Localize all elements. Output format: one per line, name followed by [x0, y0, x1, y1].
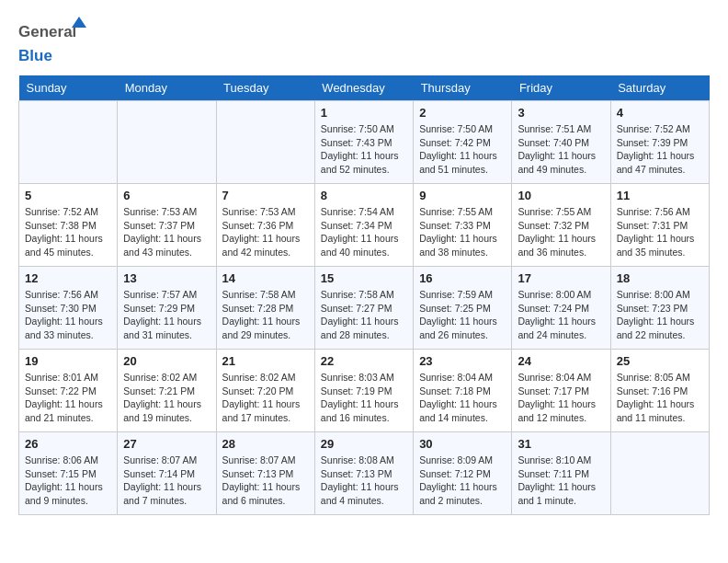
calendar-cell: 28Sunrise: 8:07 AM Sunset: 7:13 PM Dayli… — [216, 432, 314, 515]
cell-info: Sunrise: 8:03 AM Sunset: 7:19 PM Dayligh… — [321, 371, 407, 425]
cell-info: Sunrise: 8:00 AM Sunset: 7:23 PM Dayligh… — [617, 288, 703, 342]
cell-info: Sunrise: 8:06 AM Sunset: 7:15 PM Dayligh… — [25, 454, 111, 508]
day-number: 29 — [321, 437, 407, 451]
day-number: 19 — [25, 354, 111, 368]
cell-info: Sunrise: 7:57 AM Sunset: 7:29 PM Dayligh… — [123, 288, 210, 342]
cell-info: Sunrise: 8:01 AM Sunset: 7:22 PM Dayligh… — [25, 371, 111, 425]
cell-info: Sunrise: 8:07 AM Sunset: 7:14 PM Dayligh… — [123, 454, 210, 508]
calendar-cell: 18Sunrise: 8:00 AM Sunset: 7:23 PM Dayli… — [610, 267, 709, 350]
cell-info: Sunrise: 7:52 AM Sunset: 7:39 PM Dayligh… — [617, 122, 703, 177]
calendar-cell: 15Sunrise: 7:58 AM Sunset: 7:27 PM Dayli… — [314, 267, 413, 350]
day-number: 30 — [419, 437, 506, 451]
calendar-table: SundayMondayTuesdayWednesdayThursdayFrid… — [18, 75, 710, 515]
cell-info: Sunrise: 7:58 AM Sunset: 7:28 PM Dayligh… — [222, 288, 309, 342]
cell-info: Sunrise: 7:55 AM Sunset: 7:33 PM Dayligh… — [419, 205, 506, 259]
day-number: 4 — [617, 106, 703, 120]
day-number: 20 — [123, 354, 210, 368]
week-row-1: 1Sunrise: 7:50 AM Sunset: 7:43 PM Daylig… — [19, 101, 710, 184]
header-day-sunday: Sunday — [19, 75, 118, 101]
calendar-cell: 25Sunrise: 8:05 AM Sunset: 7:16 PM Dayli… — [610, 350, 709, 432]
day-number: 15 — [321, 271, 407, 285]
calendar-body: 1Sunrise: 7:50 AM Sunset: 7:43 PM Daylig… — [19, 101, 710, 515]
svg-marker-0 — [72, 17, 86, 28]
day-number: 6 — [123, 189, 210, 202]
day-number: 11 — [617, 189, 703, 202]
day-number: 18 — [617, 271, 703, 285]
header-day-saturday: Saturday — [610, 75, 709, 101]
calendar-cell: 5Sunrise: 7:52 AM Sunset: 7:38 PM Daylig… — [19, 184, 118, 267]
calendar-cell: 2Sunrise: 7:50 AM Sunset: 7:42 PM Daylig… — [414, 101, 512, 184]
cell-info: Sunrise: 8:07 AM Sunset: 7:13 PM Dayligh… — [222, 454, 309, 508]
cell-info: Sunrise: 7:58 AM Sunset: 7:27 PM Dayligh… — [321, 288, 407, 342]
calendar-cell: 23Sunrise: 8:04 AM Sunset: 7:18 PM Dayli… — [414, 350, 512, 432]
page-header: GeneralBlue — [18, 18, 710, 66]
calendar-cell — [216, 101, 314, 184]
week-row-4: 19Sunrise: 8:01 AM Sunset: 7:22 PM Dayli… — [19, 350, 710, 432]
day-number: 12 — [25, 271, 111, 285]
calendar-cell: 31Sunrise: 8:10 AM Sunset: 7:11 PM Dayli… — [512, 432, 610, 515]
day-number: 8 — [321, 189, 407, 202]
calendar-cell: 8Sunrise: 7:54 AM Sunset: 7:34 PM Daylig… — [314, 184, 413, 267]
day-number: 31 — [518, 437, 604, 451]
cell-info: Sunrise: 8:08 AM Sunset: 7:13 PM Dayligh… — [321, 454, 407, 508]
day-number: 9 — [419, 189, 506, 202]
calendar-cell: 3Sunrise: 7:51 AM Sunset: 7:40 PM Daylig… — [512, 101, 610, 184]
header-row: SundayMondayTuesdayWednesdayThursdayFrid… — [19, 75, 710, 101]
cell-info: Sunrise: 7:52 AM Sunset: 7:38 PM Dayligh… — [25, 205, 111, 259]
calendar-cell: 24Sunrise: 8:04 AM Sunset: 7:17 PM Dayli… — [512, 350, 610, 432]
day-number: 28 — [222, 437, 309, 451]
calendar-cell: 16Sunrise: 7:59 AM Sunset: 7:25 PM Dayli… — [414, 267, 512, 350]
day-number: 26 — [25, 437, 111, 451]
calendar-cell: 11Sunrise: 7:56 AM Sunset: 7:31 PM Dayli… — [610, 184, 709, 267]
cell-info: Sunrise: 8:04 AM Sunset: 7:18 PM Dayligh… — [419, 371, 506, 425]
cell-info: Sunrise: 7:56 AM Sunset: 7:31 PM Dayligh… — [617, 205, 703, 259]
calendar-cell: 27Sunrise: 8:07 AM Sunset: 7:14 PM Dayli… — [118, 432, 216, 515]
cell-info: Sunrise: 7:50 AM Sunset: 7:42 PM Dayligh… — [419, 122, 506, 177]
week-row-5: 26Sunrise: 8:06 AM Sunset: 7:15 PM Dayli… — [19, 432, 710, 515]
day-number: 14 — [222, 271, 309, 285]
cell-info: Sunrise: 7:55 AM Sunset: 7:32 PM Dayligh… — [518, 205, 604, 259]
calendar-cell: 12Sunrise: 7:56 AM Sunset: 7:30 PM Dayli… — [19, 267, 118, 350]
day-number: 5 — [25, 189, 111, 202]
logo-general-text: General — [18, 23, 76, 40]
cell-info: Sunrise: 7:51 AM Sunset: 7:40 PM Dayligh… — [518, 122, 604, 177]
day-number: 2 — [419, 106, 506, 120]
day-number: 24 — [518, 354, 604, 368]
logo-wrap: GeneralBlue — [18, 18, 76, 66]
calendar-cell — [19, 101, 118, 184]
cell-info: Sunrise: 8:05 AM Sunset: 7:16 PM Dayligh… — [617, 371, 703, 425]
header-day-wednesday: Wednesday — [314, 75, 413, 101]
header-day-monday: Monday — [118, 75, 216, 101]
cell-info: Sunrise: 7:53 AM Sunset: 7:36 PM Dayligh… — [222, 205, 309, 259]
day-number: 25 — [617, 354, 703, 368]
day-number: 13 — [123, 271, 210, 285]
calendar-cell: 17Sunrise: 8:00 AM Sunset: 7:24 PM Dayli… — [512, 267, 610, 350]
cell-info: Sunrise: 8:10 AM Sunset: 7:11 PM Dayligh… — [518, 454, 604, 508]
calendar-cell: 19Sunrise: 8:01 AM Sunset: 7:22 PM Dayli… — [19, 350, 118, 432]
calendar-cell: 22Sunrise: 8:03 AM Sunset: 7:19 PM Dayli… — [314, 350, 413, 432]
day-number: 17 — [518, 271, 604, 285]
calendar-cell: 10Sunrise: 7:55 AM Sunset: 7:32 PM Dayli… — [512, 184, 610, 267]
cell-info: Sunrise: 8:02 AM Sunset: 7:20 PM Dayligh… — [222, 371, 309, 425]
day-number: 16 — [419, 271, 506, 285]
day-number: 21 — [222, 354, 309, 368]
calendar-cell: 13Sunrise: 7:57 AM Sunset: 7:29 PM Dayli… — [118, 267, 216, 350]
cell-info: Sunrise: 7:56 AM Sunset: 7:30 PM Dayligh… — [25, 288, 111, 342]
cell-info: Sunrise: 8:02 AM Sunset: 7:21 PM Dayligh… — [123, 371, 210, 425]
calendar-cell: 29Sunrise: 8:08 AM Sunset: 7:13 PM Dayli… — [314, 432, 413, 515]
calendar-cell: 7Sunrise: 7:53 AM Sunset: 7:36 PM Daylig… — [216, 184, 314, 267]
day-number: 3 — [518, 106, 604, 120]
week-row-3: 12Sunrise: 7:56 AM Sunset: 7:30 PM Dayli… — [19, 267, 710, 350]
cell-info: Sunrise: 7:54 AM Sunset: 7:34 PM Dayligh… — [321, 205, 407, 259]
day-number: 27 — [123, 437, 210, 451]
week-row-2: 5Sunrise: 7:52 AM Sunset: 7:38 PM Daylig… — [19, 184, 710, 267]
calendar-cell: 1Sunrise: 7:50 AM Sunset: 7:43 PM Daylig… — [314, 101, 413, 184]
cell-info: Sunrise: 7:50 AM Sunset: 7:43 PM Dayligh… — [321, 122, 407, 177]
cell-info: Sunrise: 8:00 AM Sunset: 7:24 PM Dayligh… — [518, 288, 604, 342]
header-day-thursday: Thursday — [414, 75, 512, 101]
day-number: 7 — [222, 189, 309, 202]
day-number: 1 — [321, 106, 407, 120]
logo: GeneralBlue — [18, 18, 76, 66]
calendar-header: SundayMondayTuesdayWednesdayThursdayFrid… — [19, 75, 710, 101]
cell-info: Sunrise: 7:53 AM Sunset: 7:37 PM Dayligh… — [123, 205, 210, 259]
